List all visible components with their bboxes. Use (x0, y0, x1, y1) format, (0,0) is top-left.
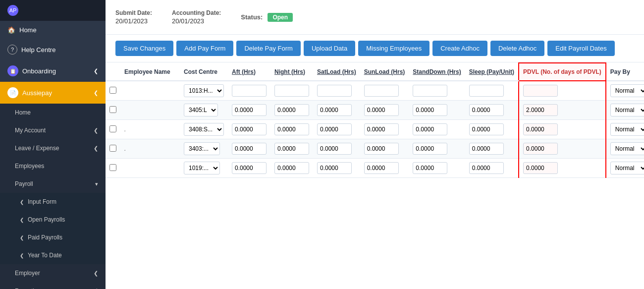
missing-employees-button[interactable]: Missing Employees (358, 41, 429, 56)
sleep-pay-input[interactable] (469, 143, 504, 155)
sidebar-item-open-payrolls[interactable]: ❮ Open Payrolls (0, 211, 106, 229)
satload-hrs-input[interactable] (317, 123, 352, 135)
row-checkbox[interactable] (109, 87, 116, 94)
arrow-icon: ❮ (20, 253, 24, 258)
row-checkbox[interactable] (109, 125, 116, 132)
pdvl-input[interactable] (523, 123, 558, 135)
cost-centre-select[interactable]: 3408:S... (184, 123, 224, 136)
night-hrs-input[interactable] (274, 85, 309, 97)
pay-by-select[interactable]: NormalCashChequeEFT (610, 142, 644, 155)
sleep-pay-input[interactable] (469, 123, 504, 135)
sunload-hrs-input[interactable] (364, 143, 399, 155)
pay-by-select[interactable]: NormalCashChequeEFT (610, 123, 644, 136)
pay-by-select[interactable]: NormalCashChequeEFT (610, 84, 644, 97)
night-hrs-input[interactable] (274, 123, 309, 135)
chevron-icon: ❮ (94, 68, 98, 74)
satload-hrs-input[interactable] (317, 104, 352, 116)
standdown-hrs-input[interactable] (413, 85, 447, 97)
aft-hrs-input[interactable] (232, 85, 267, 97)
sidebar: AP 🏠 Home ? Help Centre 📋 Onboarding ❮ 📄… (0, 0, 106, 289)
table-container: Employee Name Cost Centre Aft (Hrs) Nigh… (106, 62, 644, 289)
sidebar-item-payroll[interactable]: Payroll ▾ (0, 175, 106, 193)
aft-hrs-input[interactable] (232, 162, 267, 174)
sidebar-item-leave-expense[interactable]: Leave / Expense ❮ (0, 139, 106, 157)
pdvl-input[interactable] (523, 104, 558, 116)
sidebar-item-employees[interactable]: Employees (0, 157, 106, 175)
delete-pay-form-button[interactable]: Delete Pay Form (236, 41, 301, 56)
night-hrs-input[interactable] (274, 104, 309, 116)
sleep-pay-input[interactable] (469, 85, 504, 97)
sunload-hrs-input[interactable] (364, 162, 399, 174)
delete-adhoc-button[interactable]: Delete Adhoc (490, 41, 544, 56)
edit-payroll-dates-button[interactable]: Edit Payroll Dates (547, 41, 614, 56)
sidebar-item-label: Home (19, 26, 37, 34)
standdown-hrs-input[interactable] (413, 104, 447, 116)
aft-hrs-input[interactable] (232, 143, 267, 155)
cost-centre-select[interactable]: 3405:L (184, 104, 218, 116)
add-pay-form-button[interactable]: Add Pay Form (176, 41, 233, 56)
pdvl-input[interactable] (523, 85, 558, 97)
standdown-hrs-input[interactable] (413, 123, 447, 135)
night-hrs-input[interactable] (274, 162, 309, 174)
sidebar-item-home-top[interactable]: 🏠 Home (0, 21, 106, 39)
submit-date-value: 20/01/2023 (115, 17, 152, 25)
pay-by-select[interactable]: NormalCashChequeEFT (610, 104, 644, 116)
pdvl-input[interactable] (523, 143, 558, 155)
col-pdvl: PDVL (No. of days of PDVL) (519, 63, 606, 81)
sleep-pay-input[interactable] (469, 104, 504, 116)
accounting-date-field: Accounting Date: 20/01/2023 (172, 9, 221, 25)
sidebar-item-home-sub[interactable]: Home (0, 104, 106, 121)
pdvl-input[interactable] (523, 162, 558, 174)
row-checkbox[interactable] (109, 164, 116, 171)
pay-by-select[interactable]: NormalCashChequeEFT (610, 162, 644, 174)
sidebar-item-aussiepay[interactable]: 📄 Aussiepay ❮ (0, 82, 106, 104)
chevron-icon: ❮ (94, 270, 98, 277)
night-hrs-input[interactable] (274, 143, 309, 155)
sidebar-item-year-to-date[interactable]: ❮ Year To Date (0, 246, 106, 264)
sidebar-item-label: Leave / Expense (15, 145, 59, 152)
cost-centre-select[interactable]: 1013:H... (184, 84, 224, 97)
cost-centre-select[interactable]: 1019:... (184, 162, 220, 174)
sidebar-item-label: Payroll (15, 180, 33, 187)
satload-hrs-input[interactable] (317, 85, 352, 97)
aussiepay-icon: 📄 (7, 87, 18, 98)
sunload-hrs-input[interactable] (364, 123, 399, 135)
sidebar-item-paid-payrolls[interactable]: ❮ Paid Payrolls (0, 229, 106, 246)
col-checkbox (106, 63, 120, 81)
col-cost-centre: Cost Centre (180, 63, 228, 81)
submit-date-label: Submit Date: (115, 9, 152, 16)
standdown-hrs-input[interactable] (413, 162, 447, 174)
standdown-hrs-input[interactable] (413, 143, 447, 155)
table-row: .3408:S...NormalCashChequeEFT (106, 120, 644, 139)
employee-name-cell (120, 101, 180, 120)
onboarding-icon: 📋 (7, 65, 18, 76)
sidebar-item-reporting[interactable]: Reporting ❮ (0, 282, 106, 289)
row-checkbox[interactable] (109, 145, 116, 152)
sleep-pay-input[interactable] (469, 162, 504, 174)
employee-name-cell (120, 159, 180, 178)
cost-centre-select[interactable]: 3403:... (184, 142, 220, 155)
create-adhoc-button[interactable]: Create Adhoc (432, 41, 487, 56)
arrow-icon: ❮ (20, 199, 24, 205)
upload-data-button[interactable]: Upload Data (304, 41, 355, 56)
sunload-hrs-input[interactable] (364, 104, 399, 116)
sidebar-item-employer[interactable]: Employer ❮ (0, 264, 106, 282)
accounting-date-value: 20/01/2023 (172, 17, 221, 25)
main-content: Submit Date: 20/01/2023 Accounting Date:… (106, 0, 644, 289)
sidebar-item-input-form[interactable]: ❮ Input Form (0, 193, 106, 211)
aft-hrs-input[interactable] (232, 123, 267, 135)
table-header-row: Employee Name Cost Centre Aft (Hrs) Nigh… (106, 63, 644, 81)
sidebar-item-help-centre[interactable]: ? Help Centre (0, 39, 106, 60)
aft-hrs-input[interactable] (232, 104, 267, 116)
payroll-submenu: ❮ Input Form ❮ Open Payrolls ❮ Paid Payr… (0, 193, 106, 264)
sidebar-item-my-account[interactable]: My Account ❮ (0, 121, 106, 139)
save-changes-button[interactable]: Save Changes (115, 41, 173, 56)
sunload-hrs-input[interactable] (364, 85, 399, 97)
employee-name-cell: . (120, 139, 180, 159)
sidebar-item-onboarding[interactable]: 📋 Onboarding ❮ (0, 60, 106, 82)
table-row: .3403:...NormalCashChequeEFT (106, 139, 644, 159)
satload-hrs-input[interactable] (317, 143, 352, 155)
col-pay-by: Pay By (606, 63, 644, 81)
satload-hrs-input[interactable] (317, 162, 352, 174)
row-checkbox[interactable] (109, 106, 116, 113)
